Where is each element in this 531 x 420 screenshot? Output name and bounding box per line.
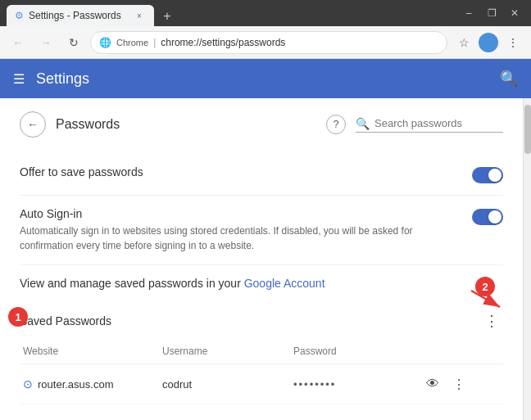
scrollbar-thumb[interactable] — [524, 105, 531, 154]
new-tab-button[interactable]: + — [157, 7, 177, 26]
profile-avatar[interactable] — [479, 33, 498, 52]
offer-save-toggle[interactable] — [472, 167, 503, 183]
settings-search-button[interactable]: 🔍 — [500, 70, 518, 88]
col-password-header: Password — [290, 345, 421, 357]
reload-button[interactable]: ↻ — [62, 31, 85, 54]
search-passwords-input[interactable] — [374, 117, 481, 129]
passwords-table: Website Username Password ⊙ router.asus.… — [20, 339, 503, 404]
tab-close-button[interactable]: × — [133, 9, 146, 22]
password-cell: •••••••• — [290, 378, 421, 391]
content-area: ← Passwords ? 🔍 Offer to save passwords — [0, 98, 531, 420]
col-username-header: Username — [159, 345, 290, 357]
address-actions: ☆ ⋮ — [452, 31, 524, 54]
table-row: ⊙ router.asus.com codrut •••••••• 👁 ⋮ — [20, 364, 503, 404]
username-cell: codrut — [159, 378, 290, 391]
close-window-button[interactable]: ✕ — [505, 3, 524, 23]
url-path: chrome://settings/passwords — [161, 37, 285, 48]
search-passwords-box[interactable]: 🔍 — [356, 117, 503, 133]
title-bar: ⚙ Settings - Passwords × + – ❐ ✕ — [0, 0, 531, 26]
url-separator: | — [153, 37, 156, 48]
auto-signin-toggle[interactable] — [472, 209, 503, 225]
search-passwords-icon: 🔍 — [356, 117, 370, 130]
url-scheme: Chrome — [116, 38, 148, 47]
passwords-page: ← Passwords ? 🔍 Offer to save passwords — [0, 98, 523, 418]
help-button[interactable]: ? — [326, 115, 346, 134]
active-tab[interactable]: ⚙ Settings - Passwords × — [7, 5, 154, 26]
toggle-knob-2 — [488, 210, 502, 224]
main-content: ← Passwords ? 🔍 Offer to save passwords — [0, 98, 523, 420]
maximize-button[interactable]: ❐ — [482, 3, 502, 23]
saved-passwords-more-button[interactable]: ⋮ — [480, 309, 503, 332]
website-value: router.asus.com — [38, 378, 114, 391]
page-title: Passwords — [56, 117, 326, 132]
saved-passwords-header: Saved Passwords ⋮ — [20, 301, 503, 339]
security-icon: 🌐 — [99, 37, 111, 48]
tab-favicon: ⚙ — [15, 10, 24, 21]
show-password-button[interactable]: 👁 — [421, 373, 444, 395]
back-to-settings-button[interactable]: ← — [20, 111, 46, 138]
offer-save-text: Offer to save passwords — [20, 165, 472, 178]
auto-signin-desc: Automatically sign in to websites using … — [20, 224, 429, 253]
auto-signin-setting: Auto Sign-in Automatically sign in to we… — [20, 196, 503, 265]
google-account-row: View and manage saved passwords in your … — [20, 265, 503, 301]
settings-title: Settings — [36, 70, 488, 88]
website-cell: ⊙ router.asus.com — [20, 377, 159, 391]
page-header: ← Passwords ? 🔍 — [20, 111, 503, 138]
bookmark-button[interactable]: ☆ — [452, 31, 475, 54]
url-bar[interactable]: 🌐 Chrome | chrome://settings/passwords — [90, 31, 447, 54]
row-more-button[interactable]: ⋮ — [447, 373, 470, 395]
address-bar: ← → ↻ 🌐 Chrome | chrome://settings/passw… — [0, 26, 531, 59]
window-controls: – ❐ ✕ — [459, 3, 524, 23]
tab-area: ⚙ Settings - Passwords × + — [7, 0, 452, 26]
settings-header: ☰ Settings 🔍 — [0, 59, 531, 98]
scrollbar[interactable] — [523, 98, 531, 420]
site-wifi-icon: ⊙ — [23, 377, 33, 391]
minimize-button[interactable]: – — [459, 3, 479, 23]
toggle-knob — [488, 169, 502, 182]
google-account-link[interactable]: Google Account — [244, 277, 325, 290]
actions-cell: 👁 ⋮ — [421, 373, 503, 395]
table-header-row: Website Username Password — [20, 339, 503, 364]
col-actions-header — [421, 345, 503, 357]
manage-text: View and manage saved passwords in your — [20, 277, 241, 290]
hamburger-menu-button[interactable]: ☰ — [13, 71, 25, 87]
auto-signin-text: Auto Sign-in Automatically sign in to we… — [20, 207, 472, 253]
forward-button[interactable]: → — [34, 31, 57, 54]
back-button[interactable]: ← — [7, 31, 30, 54]
saved-passwords-title: Saved Passwords — [20, 314, 480, 327]
offer-save-label: Offer to save passwords — [20, 165, 472, 178]
auto-signin-label: Auto Sign-in — [20, 207, 472, 220]
tab-title: Settings - Passwords — [29, 10, 128, 21]
chrome-menu-button[interactable]: ⋮ — [502, 31, 524, 54]
col-website-header: Website — [20, 345, 159, 357]
offer-save-setting: Offer to save passwords — [20, 154, 503, 196]
